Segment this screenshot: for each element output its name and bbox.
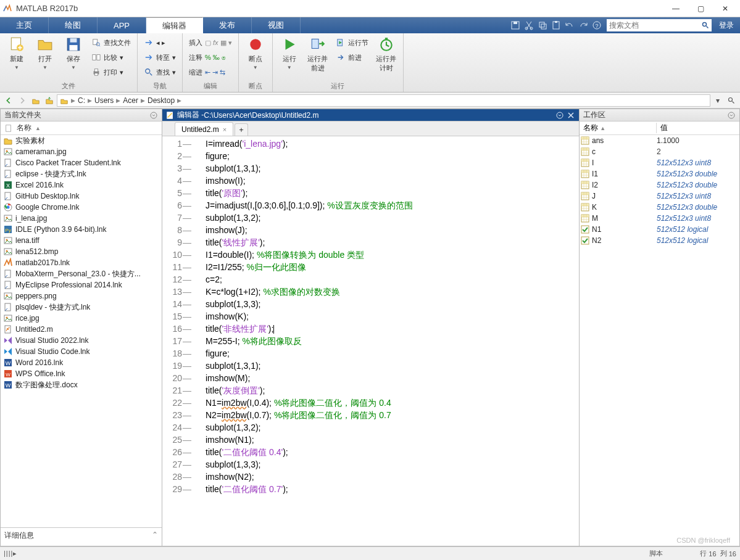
- tab-plots[interactable]: 绘图: [49, 17, 98, 33]
- breadcrumb-segment[interactable]: ▶ C:: [71, 96, 85, 105]
- file-row[interactable]: matlab2017b.lnk: [1, 257, 162, 268]
- svg-rect-15: [70, 45, 78, 51]
- workspace-var-row[interactable]: J512x512x3 uint8: [580, 191, 739, 202]
- tab-editor[interactable]: 编辑器: [146, 17, 203, 33]
- paste-icon[interactable]: [551, 20, 561, 30]
- new-tab-button[interactable]: ＋: [235, 123, 248, 136]
- window-maximize-button[interactable]: ▢: [688, 1, 713, 16]
- search-input[interactable]: [607, 19, 699, 31]
- workspace-var-row[interactable]: K512x512x3 double: [580, 202, 739, 213]
- print-button[interactable]: 打印 ▾: [89, 65, 133, 79]
- breadcrumb[interactable]: ▶ C:▶ Users▶ Acer▶ Desktop ▶: [57, 94, 710, 107]
- findfiles-button[interactable]: 查找文件: [89, 36, 133, 49]
- run-advance-button[interactable]: 运行并 前进: [305, 35, 331, 73]
- cf-column-header[interactable]: 名称 ▲: [1, 121, 162, 135]
- compare-button[interactable]: 比较 ▾: [89, 51, 133, 64]
- panel-close-icon[interactable]: [567, 111, 575, 120]
- file-row[interactable]: cameraman.jpg: [1, 146, 162, 157]
- file-row[interactable]: WWPS Office.lnk: [1, 368, 162, 379]
- login-link[interactable]: 登录: [713, 17, 740, 33]
- workspace-columns[interactable]: 名称 ▲值: [580, 121, 739, 135]
- breadcrumb-segment[interactable]: ▶ Acer: [116, 96, 138, 105]
- breadcrumb-segment[interactable]: ▶ Desktop: [141, 96, 175, 105]
- file-row[interactable]: plsqldev - 快捷方式.lnk: [1, 302, 162, 313]
- forward-button[interactable]: [16, 94, 28, 107]
- workspace-var-row[interactable]: I512x512x3 uint8: [580, 157, 739, 168]
- save-icon[interactable]: [510, 20, 520, 30]
- svg-point-3: [530, 27, 533, 30]
- run-section-button[interactable]: 运行节: [333, 36, 371, 49]
- tab-view[interactable]: 视图: [252, 17, 301, 33]
- file-row[interactable]: eclipse - 快捷方式.lnk: [1, 168, 162, 179]
- file-row[interactable]: lena512.bmp: [1, 246, 162, 257]
- file-row[interactable]: XExcel 2016.lnk: [1, 179, 162, 191]
- file-row[interactable]: GitHub Desktop.lnk: [1, 191, 162, 202]
- breadcrumb-segment[interactable]: ▶ Users: [88, 96, 114, 105]
- workspace-var-row[interactable]: c2: [580, 146, 739, 157]
- code-editor[interactable]: 1—2—3—4—5—6—7—8—9—10—11—12—13—14—15—16—1…: [162, 136, 579, 546]
- back-button[interactable]: [2, 94, 15, 107]
- up-folder-button[interactable]: [30, 94, 42, 107]
- workspace-var-row[interactable]: I2512x512x3 double: [580, 179, 739, 191]
- comment-button[interactable]: 注释 % ‰ ⍟: [186, 51, 235, 64]
- window-close-button[interactable]: ✕: [713, 1, 738, 16]
- save-button[interactable]: 保存▼: [60, 35, 86, 70]
- run-time-button[interactable]: 运行并 计时: [373, 35, 399, 73]
- svg-rect-22: [94, 73, 98, 76]
- workspace-var-row[interactable]: I1512x512x3 double: [580, 168, 739, 179]
- close-tab-icon[interactable]: ×: [223, 126, 227, 133]
- file-row[interactable]: W数字图像处理.docx: [1, 379, 162, 390]
- file-row[interactable]: MobaXterm_Personal_23.0 - 快捷方...: [1, 268, 162, 279]
- new-button[interactable]: 新建▼: [4, 35, 30, 70]
- undo-icon[interactable]: [565, 20, 575, 30]
- toolstrip: 新建▼ 打开▼ 保存▼ 查找文件 比较 ▾ 打印 ▾ 文件 ◂ ▸ 转至 ▾ 查…: [0, 33, 740, 93]
- editor-tab-untitled2[interactable]: Untitled2.m×: [175, 122, 233, 136]
- tab-home[interactable]: 主页: [0, 17, 49, 33]
- search-button[interactable]: [699, 19, 712, 31]
- panel-menu-icon[interactable]: [555, 111, 564, 120]
- file-row[interactable]: PyIDLE (Python 3.9 64-bit).lnk: [1, 224, 162, 235]
- goto-dropdown[interactable]: 转至 ▾: [141, 51, 178, 64]
- insert-button[interactable]: 插入 ▢ fx ▦ ▾: [186, 36, 235, 49]
- workspace-var-row[interactable]: N2512x512 logical: [580, 235, 739, 246]
- copy-icon[interactable]: [538, 20, 547, 30]
- file-row[interactable]: Cisco Packet Tracer Student.lnk: [1, 157, 162, 168]
- panel-menu-icon[interactable]: [149, 111, 158, 120]
- ribbon-tabstrip: 主页 绘图 APP 编辑器 发布 视图 ? 登录: [0, 17, 740, 33]
- file-row[interactable]: 实验素材: [1, 135, 162, 146]
- workspace-var-row[interactable]: M512x512x3 uint8: [580, 213, 739, 224]
- file-list: 实验素材cameraman.jpgCisco Packet Tracer Stu…: [1, 135, 162, 527]
- file-row[interactable]: WWord 2016.lnk: [1, 357, 162, 368]
- file-row[interactable]: lena.tiff: [1, 235, 162, 246]
- run-button[interactable]: 运行▼: [276, 35, 302, 70]
- redo-icon[interactable]: [578, 20, 588, 30]
- goto-button[interactable]: ◂ ▸: [141, 36, 178, 49]
- file-row[interactable]: Visual Studio 2022.lnk: [1, 335, 162, 346]
- details-header[interactable]: 详细信息⌃: [1, 527, 162, 546]
- svg-text:W: W: [6, 382, 11, 389]
- group-label-nav: 导航: [141, 80, 178, 92]
- cut-icon[interactable]: [524, 20, 534, 30]
- window-minimize-button[interactable]: —: [663, 1, 688, 16]
- browse-button[interactable]: [43, 94, 56, 107]
- file-row[interactable]: i_lena.jpg: [1, 213, 162, 224]
- panel-menu-icon[interactable]: [727, 111, 736, 120]
- file-row[interactable]: peppers.png: [1, 290, 162, 302]
- workspace-var-row[interactable]: ans1.1000: [580, 135, 739, 146]
- open-button[interactable]: 打开▼: [32, 35, 58, 70]
- find-button[interactable]: 查找 ▾: [141, 65, 178, 79]
- indent-button[interactable]: 缩进 ⇤ ⇥ ⇆: [186, 65, 235, 79]
- tab-publish[interactable]: 发布: [203, 17, 252, 33]
- breakpoints-button[interactable]: 断点▼: [243, 35, 268, 70]
- file-row[interactable]: rice.jpg: [1, 313, 162, 324]
- file-row[interactable]: Untitled2.m: [1, 324, 162, 335]
- file-row[interactable]: Google Chrome.lnk: [1, 202, 162, 213]
- tab-apps[interactable]: APP: [98, 17, 146, 33]
- advance-button[interactable]: 前进: [333, 51, 371, 64]
- path-dropdown-button[interactable]: ▾: [712, 94, 724, 107]
- file-row[interactable]: Visual Studio Code.lnk: [1, 346, 162, 357]
- file-row[interactable]: MyEclipse Professional 2014.lnk: [1, 279, 162, 290]
- workspace-var-row[interactable]: N1512x512 logical: [580, 224, 739, 235]
- help-icon[interactable]: ?: [592, 20, 602, 30]
- path-search-button[interactable]: [725, 94, 738, 107]
